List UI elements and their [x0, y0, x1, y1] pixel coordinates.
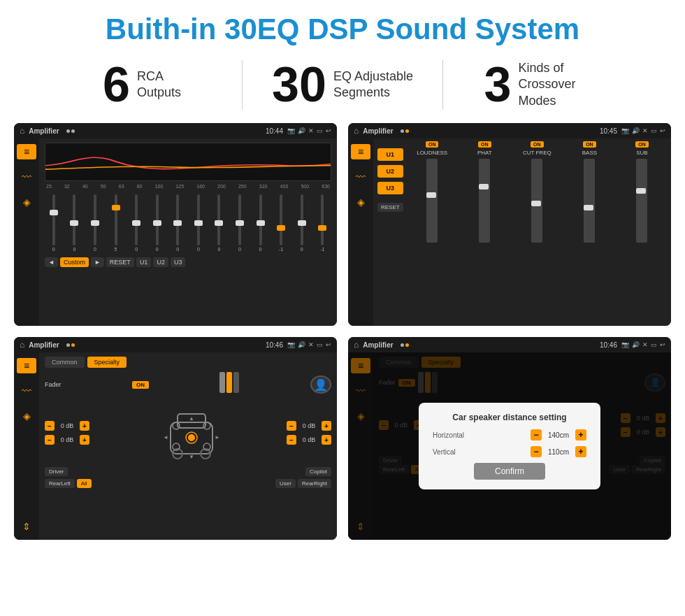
eq-dots: [66, 129, 75, 133]
loudness-label: LOUDNESS: [417, 150, 447, 156]
loudness-col: ON LOUDNESS: [408, 141, 457, 323]
eq-slider-4[interactable]: 5: [107, 194, 125, 252]
fader-sidebar-eq[interactable]: ≡: [17, 358, 36, 373]
right-top-minus[interactable]: −: [287, 421, 296, 431]
back-icon[interactable]: ↩: [326, 127, 331, 134]
fader-slider-1[interactable]: [219, 372, 225, 393]
horizontal-label: Horizontal: [433, 431, 475, 439]
right-bottom-plus[interactable]: +: [322, 435, 331, 445]
fader-slider-3[interactable]: [233, 372, 239, 393]
eq-u2-btn[interactable]: U2: [153, 257, 168, 267]
svg-point-7: [203, 422, 210, 429]
rearright-btn[interactable]: RearRight: [298, 479, 331, 488]
eq-sidebar-eq[interactable]: ≡: [17, 144, 36, 159]
back4-icon[interactable]: ↩: [660, 341, 665, 348]
back2-icon[interactable]: ↩: [660, 127, 665, 134]
eq-slider-11[interactable]: 0: [252, 194, 270, 252]
eq-slider-3[interactable]: 0: [86, 194, 104, 252]
fader-sidebar-vol[interactable]: ◈: [17, 408, 36, 424]
horizontal-minus[interactable]: −: [531, 429, 542, 440]
eq-slider-13[interactable]: 0: [293, 194, 311, 252]
left-top-minus[interactable]: −: [45, 421, 55, 431]
right-top-plus[interactable]: +: [322, 421, 331, 431]
eq-header-icons: 📷 🔊 ✕ ▭ ↩: [287, 127, 331, 134]
u1-btn[interactable]: U1: [377, 148, 403, 161]
crossover-reset-btn[interactable]: RESET: [377, 203, 403, 212]
left-bottom-plus[interactable]: +: [80, 435, 89, 445]
eq-u1-btn[interactable]: U1: [136, 257, 152, 267]
eq-u3-btn[interactable]: U3: [171, 257, 186, 267]
stat-eq-text: EQ AdjustableSegments: [333, 69, 413, 101]
left-bottom-minus[interactable]: −: [45, 435, 55, 445]
eq-slider-12[interactable]: -1: [272, 194, 290, 252]
eq-sidebar-wave[interactable]: 〰: [17, 169, 36, 185]
phat-label: PHAT: [477, 150, 492, 156]
left-top-plus[interactable]: +: [80, 421, 89, 431]
back3-icon[interactable]: ↩: [326, 341, 331, 348]
fader-slider-2[interactable]: [226, 372, 232, 393]
user-icon: 👤: [310, 375, 331, 394]
sub-col: ON SUB: [617, 141, 667, 323]
x-icon: ✕: [308, 127, 314, 134]
stat-crossover-text: Kinds ofCrossover Modes: [518, 60, 602, 109]
crossover-sidebar-vol[interactable]: ◈: [351, 194, 370, 210]
dialog-home-icon[interactable]: ⌂: [354, 340, 359, 350]
eq-prev-btn[interactable]: ◄: [45, 257, 58, 267]
fader-sidebar-arrows[interactable]: ⇕: [17, 519, 36, 534]
horizontal-plus[interactable]: +: [575, 429, 586, 440]
left-bottom-value: 0 dB: [57, 436, 77, 443]
loudness-on: ON: [426, 141, 439, 148]
crossover-header-icons: 📷 🔊 ✕ ▭ ↩: [621, 127, 665, 134]
eq-reset-btn[interactable]: RESET: [106, 257, 134, 267]
bass-label: BASS: [582, 150, 597, 156]
right-bottom-minus[interactable]: −: [287, 435, 296, 445]
fader-sidebar-wave[interactable]: 〰: [17, 383, 36, 399]
u3-btn[interactable]: U3: [377, 182, 403, 194]
fader-dots: [66, 343, 75, 347]
crossover-home-icon[interactable]: ⌂: [354, 126, 359, 136]
eq-main: 25 32 40 50 63 80 100 125 160 200 250 32…: [39, 138, 337, 326]
eq-next-btn[interactable]: ►: [91, 257, 104, 267]
eq-slider-5[interactable]: 0: [127, 194, 145, 252]
crossover-sidebar: ≡ 〰 ◈: [348, 138, 373, 326]
vertical-value: 110cm: [545, 448, 572, 456]
eq-sidebar-vol[interactable]: ◈: [17, 194, 36, 210]
user-btn[interactable]: User: [275, 479, 296, 488]
vol3-icon: 🔊: [298, 341, 305, 348]
stat-crossover: 3 Kinds ofCrossover Modes: [443, 60, 643, 109]
crossover-sidebar-eq[interactable]: ≡: [351, 144, 370, 159]
rearleft-btn[interactable]: RearLeft: [45, 479, 75, 488]
cam2-icon: 📷: [621, 127, 629, 134]
dot5: [66, 343, 70, 347]
vertical-minus[interactable]: −: [531, 446, 542, 457]
svg-text:▼: ▼: [189, 454, 194, 460]
crossover-sidebar-wave[interactable]: 〰: [351, 169, 370, 185]
eq-slider-2[interactable]: 0: [66, 194, 84, 252]
eq-slider-9[interactable]: 0: [210, 194, 229, 252]
cutfreq-on: ON: [531, 141, 544, 148]
eq-slider-10[interactable]: 0: [231, 194, 249, 252]
crossover-screen: ⌂ Amplifier 10:45 📷 🔊 ✕ ▭ ↩ ≡ 〰 ◈: [348, 123, 671, 326]
eq-slider-14[interactable]: -1: [314, 194, 332, 252]
common-tab[interactable]: Common: [45, 357, 85, 368]
eq-slider-8[interactable]: 0: [189, 194, 208, 252]
eq-custom-btn[interactable]: Custom: [60, 257, 89, 267]
eq-graph: [45, 143, 331, 181]
specialty-tab[interactable]: Specialty: [87, 357, 127, 368]
cutfreq-label: CUT FREQ: [523, 150, 551, 156]
u2-btn[interactable]: U2: [377, 165, 403, 178]
speaker-layout: − 0 dB + − 0 dB +: [45, 401, 331, 464]
crossover-header: ⌂ Amplifier 10:45 📷 🔊 ✕ ▭ ↩: [348, 123, 671, 138]
fader-home-icon[interactable]: ⌂: [20, 340, 24, 350]
confirm-button[interactable]: Confirm: [474, 463, 545, 480]
all-btn[interactable]: All: [77, 479, 92, 488]
copilot-btn[interactable]: Copilot: [305, 467, 331, 476]
vertical-plus[interactable]: +: [575, 446, 586, 457]
eq-slider-1[interactable]: 0: [45, 194, 63, 252]
eq-slider-6[interactable]: 0: [148, 194, 166, 252]
home-icon[interactable]: ⌂: [20, 126, 24, 136]
eq-slider-7[interactable]: 0: [168, 194, 187, 252]
driver-btn[interactable]: Driver: [45, 467, 68, 476]
channel-grid: ON LOUDNESS ON PHAT ON: [408, 141, 667, 323]
crossover-dots: [401, 129, 409, 133]
